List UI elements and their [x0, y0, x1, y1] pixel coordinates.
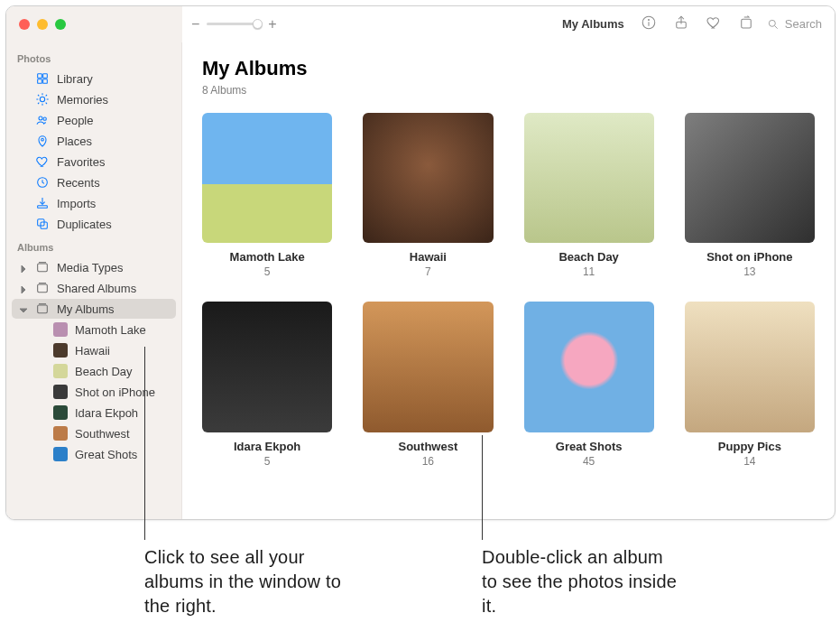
album-cover	[685, 302, 815, 432]
sidebar-section-albums: Albums	[6, 235, 181, 256]
zoom-in-icon: +	[268, 16, 276, 33]
album-count: 16	[363, 455, 493, 468]
album-cover	[685, 113, 815, 243]
callout-text-right: Double-click an album to see the photos …	[482, 545, 680, 618]
disclosure-icon[interactable]	[19, 263, 28, 272]
disclosure-icon[interactable]	[19, 283, 28, 293]
album-count: 11	[524, 265, 654, 278]
page-subtitle: 8 Albums	[202, 84, 815, 97]
sidebar-item-imports[interactable]: Imports	[12, 193, 176, 213]
rotate-icon[interactable]	[738, 14, 754, 34]
album-cover	[363, 302, 493, 432]
album-thumb-icon	[53, 385, 68, 399]
album-tile[interactable]: Hawaii7	[363, 113, 493, 278]
share-icon[interactable]	[673, 14, 689, 34]
thumbnail-zoom-slider[interactable]: − +	[191, 16, 277, 33]
close-button[interactable]	[19, 19, 30, 30]
sidebar-item-library[interactable]: Library	[12, 69, 176, 88]
sidebar-item-favorites[interactable]: Favorites	[12, 152, 176, 172]
search-field[interactable]: Search	[767, 17, 822, 31]
svg-rect-4	[742, 19, 752, 28]
album-cover	[524, 302, 654, 432]
svg-rect-19	[38, 264, 48, 272]
svg-rect-9	[38, 79, 42, 84]
album-title: Beach Day	[524, 250, 654, 264]
album-cover	[202, 302, 332, 432]
sidebar-album-idara-ekpoh[interactable]: Idara Ekpoh	[12, 403, 176, 423]
minimize-button[interactable]	[37, 19, 48, 30]
disclosure-icon[interactable]	[19, 304, 28, 313]
album-cover	[202, 113, 332, 243]
album-count: 14	[685, 455, 815, 468]
album-tile[interactable]: Shot on iPhone13	[685, 113, 815, 278]
album-title: Great Shots	[524, 440, 654, 453]
sidebar-item-shared-albums[interactable]: Shared Albums	[12, 278, 176, 298]
album-thumb-icon	[53, 343, 68, 358]
content-area: My Albums 8 Albums Mamoth Lake5Hawaii7Be…	[182, 42, 835, 519]
view-title: My Albums	[562, 17, 624, 31]
svg-point-5	[769, 20, 775, 26]
album-thumb-icon	[53, 426, 68, 441]
svg-rect-16	[38, 206, 48, 209]
album-count: 7	[363, 265, 493, 278]
sidebar-item-places[interactable]: Places	[12, 131, 176, 151]
album-thumb-icon	[53, 405, 68, 420]
album-tile[interactable]: Puppy Pics14	[685, 302, 815, 467]
sidebar: Photos LibraryMemoriesPeoplePlacesFavori…	[6, 42, 182, 519]
album-tile[interactable]: Beach Day11	[524, 113, 654, 278]
sidebar-item-people[interactable]: People	[12, 110, 176, 130]
album-thumb-icon	[53, 322, 68, 337]
svg-rect-8	[43, 74, 48, 79]
sidebar-section-photos: Photos	[6, 46, 181, 68]
album-thumb-icon	[53, 364, 68, 378]
album-cover	[363, 113, 493, 243]
album-title: Shot on iPhone	[685, 250, 815, 264]
fullscreen-button[interactable]	[55, 19, 66, 30]
album-title: Mamoth Lake	[202, 250, 332, 264]
album-count: 5	[202, 455, 332, 468]
sidebar-album-beach-day[interactable]: Beach Day	[12, 361, 176, 381]
album-title: Idara Ekpoh	[202, 440, 332, 453]
album-title: Puppy Pics	[685, 440, 815, 453]
sidebar-album-mamoth-lake[interactable]: Mamoth Lake	[12, 320, 176, 339]
callout-line-left	[144, 347, 145, 540]
sidebar-item-media-types[interactable]: Media Types	[12, 257, 176, 277]
page-title: My Albums	[202, 57, 815, 80]
album-title: Southwest	[363, 440, 493, 453]
svg-point-12	[39, 116, 42, 120]
info-icon[interactable]	[641, 14, 657, 34]
sidebar-album-great-shots[interactable]: Great Shots	[12, 444, 176, 464]
sidebar-album-southwest[interactable]: Southwest	[12, 423, 176, 443]
sidebar-item-my-albums[interactable]: My Albums	[12, 299, 176, 319]
album-tile[interactable]: Mamoth Lake5	[202, 113, 332, 278]
callout-text-left: Click to see all your albums in the wind…	[144, 545, 352, 618]
album-tile[interactable]: Idara Ekpoh5	[202, 302, 332, 467]
album-thumb-icon	[53, 447, 68, 461]
svg-rect-7	[38, 74, 42, 79]
sidebar-album-shot-on-iphone[interactable]: Shot on iPhone	[12, 382, 176, 402]
sidebar-album-hawaii[interactable]: Hawaii	[12, 340, 176, 360]
sidebar-item-duplicates[interactable]: Duplicates	[12, 214, 176, 234]
callout-line-right	[482, 435, 483, 540]
album-count: 5	[202, 265, 332, 278]
app-window: − + My Albums Search Photos LibraryMemor…	[5, 5, 835, 520]
svg-point-14	[42, 138, 44, 141]
svg-rect-20	[38, 284, 48, 293]
svg-point-2	[648, 19, 649, 20]
svg-line-6	[775, 25, 778, 28]
album-count: 45	[524, 455, 654, 468]
album-tile[interactable]: Southwest16	[363, 302, 493, 467]
sidebar-item-memories[interactable]: Memories	[12, 89, 176, 109]
svg-point-11	[40, 97, 44, 101]
album-title: Hawaii	[363, 250, 493, 264]
zoom-out-icon: −	[191, 16, 199, 33]
titlebar: − + My Albums Search	[6, 6, 835, 42]
svg-point-13	[43, 117, 46, 120]
window-controls	[19, 19, 66, 30]
search-icon	[767, 18, 780, 31]
svg-rect-21	[38, 305, 48, 313]
album-tile[interactable]: Great Shots45	[524, 302, 654, 467]
sidebar-item-recents[interactable]: Recents	[12, 172, 176, 192]
album-count: 13	[685, 265, 815, 278]
favorite-icon[interactable]	[706, 14, 722, 34]
